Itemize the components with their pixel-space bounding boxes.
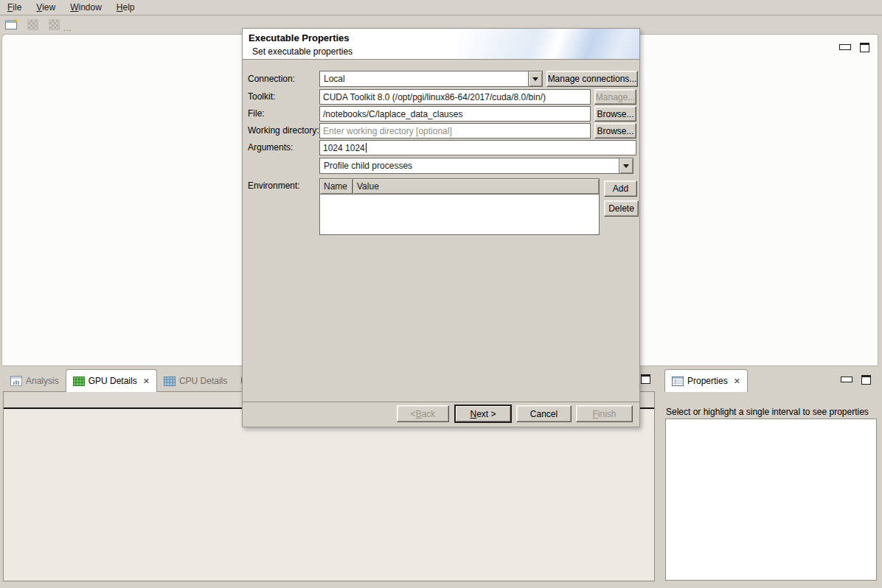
tab-label: Analysis (26, 376, 59, 386)
browse-working-directory-button[interactable]: Browse... (594, 123, 636, 139)
tab-analysis[interactable]: Analysis (4, 371, 66, 391)
new-session-button[interactable]: ✦ (4, 18, 18, 32)
disabled-tool-icon (49, 19, 60, 30)
toolbar-disabled-button-2 (46, 18, 61, 32)
connection-label: Connection: (248, 74, 295, 84)
menu-window[interactable]: Window (63, 1, 109, 15)
tab-cpu-details[interactable]: CPU Details (157, 371, 234, 391)
column-header-name[interactable]: Name (320, 179, 353, 194)
connection-combo[interactable]: Local (319, 71, 543, 87)
cpu-details-icon (164, 376, 176, 386)
working-directory-label: Working directory: (248, 125, 319, 136)
delete-environment-button[interactable]: Delete (604, 200, 639, 217)
menu-view[interactable]: View (29, 1, 63, 15)
file-input[interactable] (319, 106, 591, 122)
analysis-icon (10, 376, 22, 386)
arguments-input[interactable]: 1024 1024 (319, 140, 636, 155)
toolbar-disabled-button-1 (25, 18, 40, 32)
close-icon[interactable]: ✕ (143, 377, 150, 386)
arguments-label: Arguments: (248, 142, 293, 153)
arguments-value: 1024 1024 (323, 143, 365, 153)
gpu-details-icon (73, 376, 85, 386)
cancel-button[interactable]: Cancel (516, 405, 572, 422)
properties-empty-box (665, 419, 877, 581)
disabled-tool-icon (27, 19, 38, 30)
tab-label: GPU Details (88, 376, 137, 386)
environment-label: Environment: (248, 181, 300, 191)
properties-message: Select or highlight a single interval to… (666, 407, 869, 417)
menu-help[interactable]: Help (109, 1, 142, 15)
tab-properties[interactable]: Properties ✕ (664, 369, 748, 392)
working-directory-input[interactable] (319, 123, 591, 139)
chevron-down-icon (532, 77, 538, 84)
environment-table[interactable]: Name Value (319, 178, 600, 235)
new-session-icon: ✦ (5, 20, 17, 29)
toolkit-label: Toolkit: (248, 91, 275, 102)
dialog-title: Executable Properties (249, 32, 350, 43)
file-label: File: (248, 108, 265, 119)
tab-label: CPU Details (179, 376, 227, 386)
tab-gpu-details[interactable]: GPU Details ✕ (66, 369, 157, 392)
minimize-icon[interactable] (841, 377, 853, 382)
close-icon[interactable]: ✕ (734, 377, 740, 386)
back-button: < Back (397, 405, 449, 422)
profile-dropdown-button[interactable] (619, 158, 633, 173)
toolbar-overflow-dots: ... (63, 24, 72, 32)
toolkit-input[interactable] (319, 89, 591, 105)
add-environment-button[interactable]: Add (604, 181, 637, 197)
text-caret (366, 143, 367, 153)
maximize-icon[interactable] (861, 375, 871, 385)
menu-bar: File View Window Help (0, 0, 882, 15)
minimize-icon[interactable] (839, 44, 851, 50)
executable-properties-dialog: Executable Properties Set executable pro… (242, 28, 640, 427)
column-header-value[interactable]: Value (353, 179, 599, 194)
next-button[interactable]: Next > (454, 405, 512, 423)
finish-button: Finish (576, 405, 633, 422)
dialog-button-bar: < Back Next > Cancel Finish (243, 402, 639, 427)
manage-connections-button[interactable]: Manage connections... (546, 71, 638, 87)
profile-child-processes-combo[interactable]: Profile child processes (319, 158, 633, 174)
environment-table-header: Name Value (320, 179, 599, 195)
profile-child-processes-value: Profile child processes (320, 158, 619, 173)
connection-value: Local (320, 71, 528, 86)
menu-file[interactable]: File (4, 1, 29, 15)
properties-panel: Properties ✕ Select or highlight a singl… (662, 367, 881, 583)
connection-dropdown-button[interactable] (528, 71, 542, 86)
maximize-icon[interactable] (860, 43, 869, 52)
manage-toolkit-button: Manage... (594, 89, 636, 105)
dialog-banner: Executable Properties Set executable pro… (243, 29, 639, 60)
maximize-icon[interactable] (641, 374, 650, 384)
tab-label: Properties (687, 376, 728, 386)
chevron-down-icon (623, 164, 629, 171)
properties-icon (672, 376, 684, 386)
dialog-subtitle: Set executable properties (252, 46, 353, 57)
browse-file-button[interactable]: Browse... (594, 106, 636, 122)
